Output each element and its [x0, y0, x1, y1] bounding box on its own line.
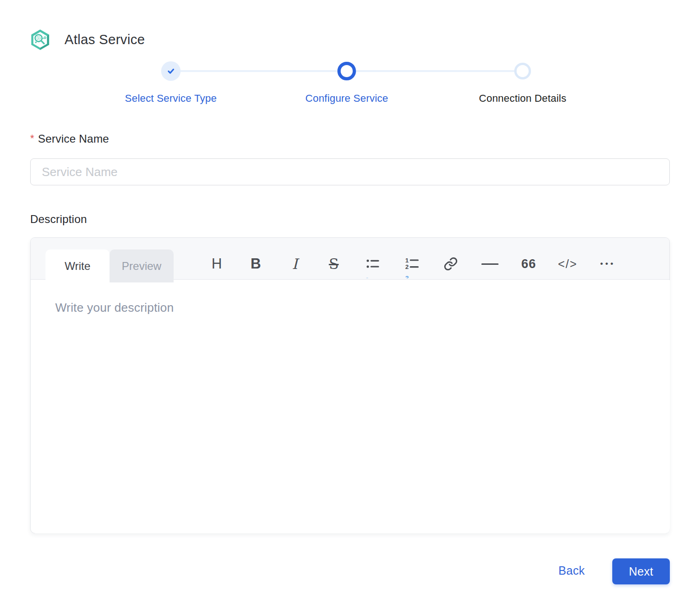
description-textarea[interactable]	[31, 280, 670, 533]
next-button[interactable]: Next	[612, 558, 670, 584]
description-label: Description	[30, 213, 87, 226]
step-label[interactable]: Connection Details	[479, 92, 566, 105]
bold-icon: B	[251, 256, 261, 272]
service-name-input[interactable]	[30, 158, 670, 185]
step-configure-service[interactable]: Configure Service	[305, 60, 388, 105]
step-label[interactable]: Configure Service	[305, 92, 388, 105]
back-button[interactable]: Back	[558, 564, 585, 577]
ordered-list-clipped-row: 3	[405, 275, 409, 278]
italic-icon: I	[292, 256, 298, 272]
step-active-indicator[interactable]	[337, 62, 356, 80]
horizontal-rule-icon	[481, 263, 499, 265]
code-icon: </>	[558, 257, 577, 271]
bold-button[interactable]: B	[243, 251, 269, 277]
heading-icon: H	[212, 256, 222, 272]
more-icon: •••	[598, 259, 616, 269]
stepper: Select Service Type Configure Service Co…	[0, 0, 700, 111]
step-indicator-wrap	[161, 60, 181, 82]
editor-toolbar: Write Preview H B I S ●	[31, 238, 669, 280]
editor-body	[31, 280, 670, 533]
toolbar-icons: H B I S ● 1	[204, 248, 620, 280]
unordered-list-icon	[365, 256, 380, 271]
service-name-label-text: Service Name	[38, 132, 109, 145]
ordered-list-button[interactable]: 1 2 3	[399, 251, 425, 277]
tab-preview[interactable]: Preview	[110, 249, 174, 282]
required-marker: *	[30, 132, 34, 144]
code-button[interactable]: </>	[555, 251, 581, 277]
step-completed-indicator[interactable]	[161, 61, 181, 81]
unordered-list-clipped-row: ●	[365, 276, 369, 278]
strikethrough-icon: S	[329, 256, 338, 272]
strikethrough-button[interactable]: S	[321, 251, 347, 277]
step-indicator-wrap	[337, 60, 356, 82]
unordered-list-button[interactable]: ●	[360, 251, 386, 277]
tab-write[interactable]: Write	[45, 249, 110, 282]
svg-text:1: 1	[405, 257, 409, 264]
more-button[interactable]: •••	[594, 251, 620, 277]
italic-button[interactable]: I	[282, 251, 308, 277]
ordered-list-icon: 1 2	[404, 256, 419, 271]
quote-button[interactable]: 66	[516, 251, 542, 277]
link-button[interactable]	[438, 251, 464, 277]
quote-icon: 66	[521, 257, 536, 271]
step-select-service-type[interactable]: Select Service Type	[125, 60, 217, 105]
check-icon	[166, 66, 176, 76]
step-connection-details[interactable]: Connection Details	[479, 60, 566, 105]
service-name-label: *Service Name	[30, 132, 109, 145]
heading-button[interactable]: H	[204, 251, 230, 277]
horizontal-rule-button[interactable]	[477, 251, 503, 277]
step-upcoming-indicator[interactable]	[514, 63, 531, 79]
step-label[interactable]: Select Service Type	[125, 92, 217, 105]
svg-text:2: 2	[405, 263, 408, 270]
step-indicator-wrap	[514, 60, 531, 82]
link-icon	[443, 256, 458, 271]
markdown-editor: Write Preview H B I S ●	[30, 237, 670, 533]
